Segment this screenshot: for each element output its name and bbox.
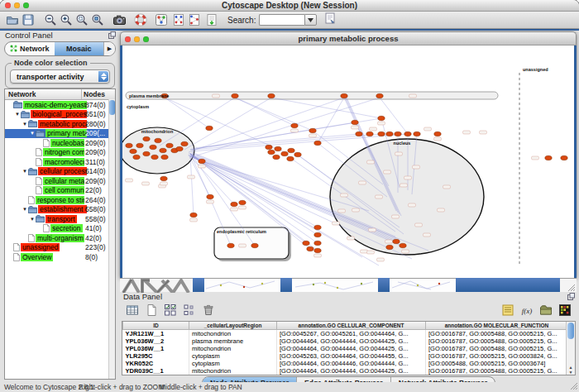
float-panel-icon[interactable] xyxy=(567,293,575,303)
tab-mosaic[interactable]: Mosaic xyxy=(55,42,104,55)
network-node[interactable] xyxy=(393,239,400,243)
network-node[interactable] xyxy=(199,159,205,163)
network-node[interactable] xyxy=(206,126,213,130)
network-node[interactable] xyxy=(287,156,294,160)
unselect-attributes-button[interactable] xyxy=(182,304,197,318)
open-file-button[interactable] xyxy=(4,12,20,27)
network-node[interactable] xyxy=(268,150,275,154)
background-window-border[interactable] xyxy=(280,278,292,292)
tree-item-primary-metabo[interactable]: ▼primary metabo209(... xyxy=(5,129,115,139)
network-node[interactable] xyxy=(288,148,294,152)
column-header-id[interactable]: ID xyxy=(123,322,189,330)
table-row[interactable]: YPL036W__2plasma membrane[GO:0044464, GO… xyxy=(123,337,568,345)
import-network-button[interactable] xyxy=(203,12,219,27)
network-node[interactable] xyxy=(266,145,272,149)
network-node[interactable] xyxy=(239,200,246,204)
network-node[interactable] xyxy=(545,155,552,160)
network-node[interactable] xyxy=(314,232,321,237)
network-node[interactable] xyxy=(176,146,183,151)
network-node[interactable] xyxy=(378,131,385,136)
network-node[interactable] xyxy=(281,151,288,155)
zoom-out-button[interactable] xyxy=(42,12,58,27)
expand-arrow-icon[interactable]: ▼ xyxy=(14,112,21,117)
network-node[interactable] xyxy=(273,155,280,159)
tree-item-response-to-stimul[interactable]: response to stimul264(0) xyxy=(5,195,115,205)
window-titlebar[interactable]: Cytoscape Desktop (New Session) xyxy=(0,0,579,12)
network-view-titlebar[interactable]: primary metabolic process xyxy=(120,31,577,45)
close-button[interactable] xyxy=(5,2,11,8)
network-node[interactable] xyxy=(434,131,441,136)
network-node[interactable] xyxy=(314,141,321,145)
attribute-matrix-button[interactable] xyxy=(557,304,572,318)
tree-item-nucleobase-[interactable]: nucleobase-209(0) xyxy=(5,138,115,148)
minimize-button[interactable] xyxy=(14,2,20,8)
attribute-table-button[interactable] xyxy=(125,304,140,318)
network-node[interactable] xyxy=(126,143,132,147)
network-node[interactable] xyxy=(414,131,420,136)
network-node[interactable] xyxy=(404,131,411,136)
tree-item-mosaic-demo-yeast[interactable]: mosaic-demo-yeast874(0) xyxy=(5,100,115,110)
network-node[interactable] xyxy=(307,246,313,251)
expand-arrow-icon[interactable]: ▼ xyxy=(22,122,28,127)
network-node[interactable] xyxy=(251,243,258,247)
network-node[interactable] xyxy=(294,152,301,156)
background-window-border[interactable] xyxy=(193,278,204,292)
network-node[interactable] xyxy=(143,151,150,155)
tree-item-macromolecule[interactable]: macromolecule311(0) xyxy=(5,157,115,167)
network-node[interactable] xyxy=(150,145,156,149)
network-node[interactable] xyxy=(314,241,321,245)
delete-attribute-trash-button[interactable] xyxy=(201,304,216,318)
tree-col-network[interactable]: Network xyxy=(5,89,81,99)
network-node[interactable] xyxy=(190,213,197,217)
search-input[interactable] xyxy=(259,14,304,26)
network-node[interactable] xyxy=(366,131,373,136)
expand-arrow-icon[interactable]: ▼ xyxy=(22,207,28,212)
import-attributes-folder-button[interactable] xyxy=(538,304,553,318)
tree-item-cellular-metabo[interactable]: cellular metabo209(0) xyxy=(5,176,115,186)
node-color-dropdown[interactable]: transporter activity xyxy=(10,69,110,84)
search-dropdown-button[interactable] xyxy=(304,14,317,26)
network-node[interactable] xyxy=(231,202,237,206)
network-node[interactable] xyxy=(561,155,567,160)
background-window-border[interactable] xyxy=(378,278,390,292)
network-node[interactable] xyxy=(133,155,140,159)
new-attribute-button[interactable] xyxy=(144,304,159,318)
network-node[interactable] xyxy=(352,120,358,124)
network-node[interactable] xyxy=(268,93,275,98)
network-node[interactable] xyxy=(400,243,406,247)
network-zoom-button[interactable] xyxy=(143,36,149,42)
network-node[interactable] xyxy=(356,131,362,136)
network-node[interactable] xyxy=(130,149,136,153)
network-node[interactable] xyxy=(291,123,298,127)
zoom-in-button[interactable] xyxy=(58,12,74,27)
tree-item-unassigned[interactable]: unassigned223(0) xyxy=(5,243,115,253)
attribute-notes-button[interactable] xyxy=(500,304,515,318)
help-lifesaver-button[interactable] xyxy=(132,12,148,27)
table-row[interactable]: YKR052Ccytoplasm[GO:0044464, GO:0044446,… xyxy=(123,360,568,367)
table-row[interactable]: YJR121W__1mitochondrion[GO:0045267, GO:0… xyxy=(123,330,568,338)
column-header-annotation-go-cellular-component[interactable]: annotation.GO CELLULAR_COMPONENT xyxy=(277,322,426,330)
table-scroll-thumb[interactable] xyxy=(567,323,574,339)
network-node[interactable] xyxy=(161,155,168,159)
expand-arrow-icon[interactable]: ▼ xyxy=(29,131,36,136)
table-row[interactable]: YLR295Ccytoplasm[GO:0045263, GO:0044464,… xyxy=(123,352,568,360)
table-row[interactable]: YDR039C__1mitochondrion[GO:0044464, GO:0… xyxy=(123,367,568,375)
tree-item-cellular-process[interactable]: ▼cellular process614(0) xyxy=(5,167,115,177)
tree-scroll-thumb[interactable] xyxy=(109,100,115,115)
network-node[interactable] xyxy=(386,245,393,249)
network-node[interactable] xyxy=(275,146,281,151)
annotation-page-button[interactable] xyxy=(323,12,337,28)
network-node[interactable] xyxy=(232,93,238,98)
table-scrollbar[interactable]: ▲▼ xyxy=(566,322,575,375)
tree-item-overview[interactable]: Overview8(0) xyxy=(5,252,115,262)
tab-network[interactable]: Network xyxy=(5,42,55,55)
expand-arrow-icon[interactable]: ▼ xyxy=(22,169,28,174)
column-header--cellularlayoutregion[interactable]: _cellularLayoutRegion xyxy=(189,322,277,330)
network-node[interactable] xyxy=(376,93,383,98)
network-node[interactable] xyxy=(341,93,347,98)
expand-arrow-icon[interactable]: ▼ xyxy=(29,217,36,222)
network-close-button[interactable] xyxy=(125,36,131,42)
save-session-button[interactable] xyxy=(20,12,36,27)
table-row[interactable]: YPL036W__1mitochondrion[GO:0044464, GO:0… xyxy=(123,345,568,352)
tree-item-transport[interactable]: ▼transport558(0) xyxy=(5,214,115,224)
